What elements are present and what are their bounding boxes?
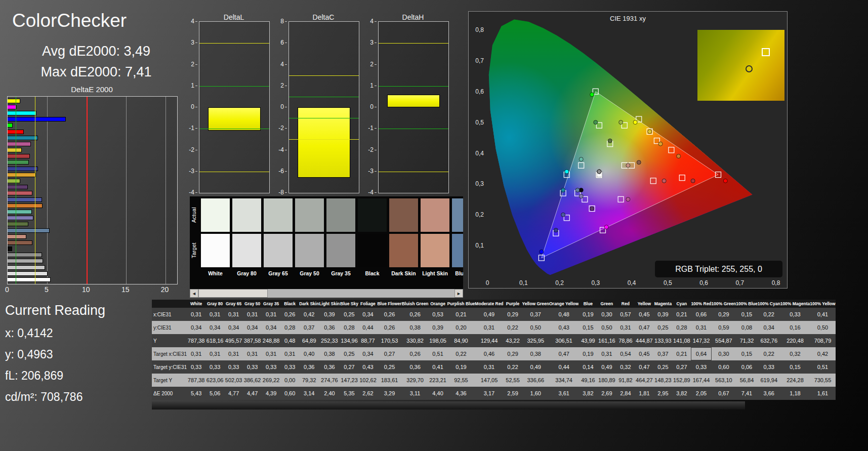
table-cell[interactable]: 88,77 [358, 334, 377, 347]
table-cell[interactable]: 43,99 [578, 334, 597, 347]
table-cell[interactable]: 0,48 [549, 308, 578, 321]
table-cell[interactable]: 0,29 [504, 308, 522, 321]
table-cell[interactable]: 3,82 [578, 387, 597, 400]
table-cell[interactable]: 0,38 [402, 321, 429, 334]
table-cell[interactable]: 0,53 [429, 308, 447, 321]
table-cell[interactable]: 152,89 [672, 374, 691, 387]
table-cell[interactable]: 0,36 [299, 360, 319, 374]
scroll-left-icon[interactable]: ◄ [190, 289, 198, 298]
table-cell[interactable]: 0,49 [597, 360, 616, 374]
actual-swatch[interactable] [452, 198, 463, 232]
table-cell[interactable]: 0,34 [243, 321, 262, 334]
table-cell[interactable]: 91,82 [616, 374, 635, 387]
table-cell[interactable]: 0,26 [377, 308, 401, 321]
target-swatch[interactable] [326, 234, 355, 267]
table-cell[interactable]: 220,48 [780, 334, 810, 347]
table-cell[interactable]: 56,84 [736, 374, 758, 387]
table-cell[interactable]: 0,26 [280, 308, 299, 321]
table-cell[interactable]: 563,10 [712, 374, 736, 387]
table-scrollbar[interactable] [152, 401, 745, 409]
table-cell[interactable]: 0,37 [653, 347, 672, 360]
table-cell[interactable]: 0,59 [712, 321, 736, 334]
table-cell[interactable]: 0,31 [280, 347, 299, 360]
table-cell[interactable]: 4,40 [429, 387, 447, 400]
table-cell[interactable]: 0,15 [736, 347, 758, 360]
table-cell[interactable]: 0,25 [377, 360, 401, 374]
table-cell[interactable]: 0,15 [736, 308, 758, 321]
table-cell[interactable]: 0,44 [358, 321, 377, 334]
table-cell[interactable]: 632,76 [758, 334, 780, 347]
table-cell[interactable]: 0,27 [377, 347, 401, 360]
table-cell[interactable]: 0,34 [758, 321, 780, 334]
table-cell[interactable]: 180,89 [597, 374, 616, 387]
table-cell[interactable]: 129,44 [475, 334, 503, 347]
table-cell[interactable]: 134,96 [340, 334, 358, 347]
table-cell[interactable]: 0,34 [187, 321, 205, 334]
target-swatch[interactable] [452, 234, 463, 267]
table-cell[interactable]: 0,51 [429, 347, 447, 360]
table-cell[interactable]: 329,70 [402, 374, 429, 387]
table-cell[interactable]: 0,44 [549, 360, 578, 374]
table-cell[interactable]: 49,16 [578, 374, 597, 387]
table-cell[interactable]: 147,23 [340, 374, 358, 387]
table-cell[interactable]: 102,62 [358, 374, 377, 387]
table-cell[interactable]: 0,21 [447, 308, 475, 321]
table-cell[interactable]: 0,32 [616, 360, 635, 374]
table-cell[interactable]: 0,33 [224, 360, 243, 374]
table-cell[interactable]: 0,38 [319, 347, 340, 360]
table-cell[interactable]: 2,62 [358, 387, 377, 400]
table-cell[interactable]: 0,31 [224, 308, 243, 321]
table-cell[interactable]: 0,36 [402, 360, 429, 374]
scroll-track[interactable] [198, 289, 454, 298]
table-cell[interactable]: 0,36 [319, 360, 340, 374]
table-cell[interactable]: 0,41 [810, 308, 835, 321]
actual-swatch[interactable] [201, 198, 230, 232]
table-cell[interactable]: 0,21 [672, 308, 691, 321]
table-cell[interactable]: 0,28 [672, 321, 691, 334]
table-cell[interactable]: 0,28 [340, 321, 358, 334]
table-cell[interactable]: 52,55 [504, 374, 522, 387]
table-cell[interactable]: 7,41 [736, 387, 758, 400]
table-cell[interactable]: 78,86 [616, 334, 635, 347]
table-cell[interactable]: 0,46 [475, 347, 503, 360]
table-cell[interactable]: 0,38 [522, 347, 549, 360]
table-cell[interactable]: 2,59 [504, 387, 522, 400]
table-cell[interactable]: 252,33 [319, 334, 340, 347]
table-cell[interactable]: 3,29 [377, 387, 401, 400]
table-cell[interactable]: 387,58 [243, 334, 262, 347]
table-cell[interactable]: 0,39 [653, 308, 672, 321]
actual-swatch[interactable] [358, 198, 387, 232]
table-cell[interactable]: 0,28 [280, 321, 299, 334]
table-cell[interactable]: 325,95 [522, 334, 549, 347]
table-cell[interactable]: 4,47 [243, 387, 262, 400]
table-cell[interactable]: 464,27 [635, 374, 653, 387]
table-cell[interactable]: 0,42 [810, 347, 835, 360]
table-cell[interactable]: 554,87 [712, 334, 736, 347]
table-cell[interactable]: 0,57 [616, 308, 635, 321]
target-swatch[interactable] [295, 234, 324, 267]
table-cell[interactable]: 0,33 [187, 360, 205, 374]
table-cell[interactable]: 787,38 [187, 374, 205, 387]
actual-swatch[interactable] [421, 198, 449, 232]
table-cell[interactable]: 0,33 [691, 360, 711, 374]
table-cell[interactable]: 0,60 [280, 387, 299, 400]
table-cell[interactable]: 0,06 [736, 360, 758, 374]
table-cell[interactable]: 0,27 [340, 360, 358, 374]
table-cell[interactable]: 147,05 [475, 374, 503, 387]
table-cell[interactable]: 330,82 [402, 334, 429, 347]
table-cell[interactable]: 0,67 [712, 387, 736, 400]
table-cell[interactable]: 0,31 [187, 308, 205, 321]
table-cell[interactable]: 623,06 [205, 374, 224, 387]
table-cell[interactable]: 0,20 [447, 321, 475, 334]
table-cell[interactable]: 0,41 [429, 360, 447, 374]
table-cell[interactable]: 0,19 [578, 347, 597, 360]
table-cell[interactable]: 0,31 [475, 360, 503, 374]
table-cell[interactable]: 3,61 [549, 387, 578, 400]
table-cell[interactable]: 0,22 [758, 308, 780, 321]
table-cell[interactable]: 170,53 [377, 334, 401, 347]
table-cell[interactable]: 0,54 [616, 347, 635, 360]
table-cell[interactable]: 0,31 [243, 308, 262, 321]
actual-swatch[interactable] [232, 198, 261, 232]
table-cell[interactable]: 0,50 [597, 321, 616, 334]
table-cell[interactable]: 141,08 [672, 334, 691, 347]
